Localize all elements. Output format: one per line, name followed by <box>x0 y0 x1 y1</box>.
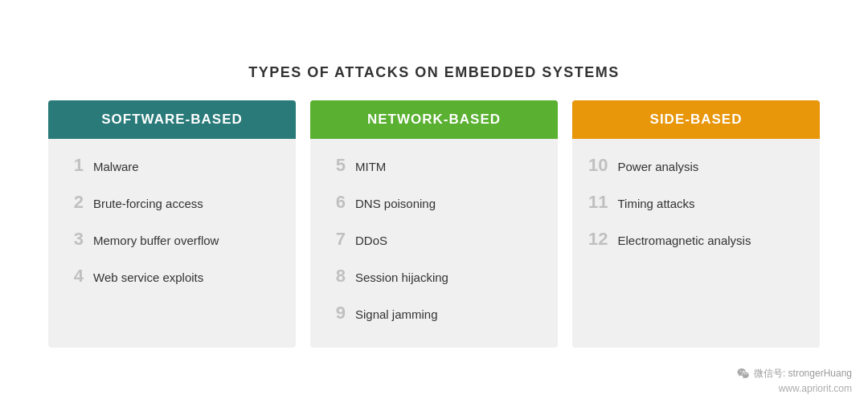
item-number: 6 <box>326 192 346 213</box>
item-text: Memory buffer overflow <box>93 234 219 247</box>
item-text: MITM <box>355 160 386 173</box>
columns-container: SOFTWARE-BASED1Malware2Brute-forcing acc… <box>48 100 820 348</box>
list-item: 7DDoS <box>326 221 542 258</box>
item-number: 7 <box>326 229 346 250</box>
list-item: 4Web service exploits <box>64 258 280 295</box>
list-item: 12Electromagnetic analysis <box>588 221 804 258</box>
network-items: 5MITM6DNS poisoning7DDoS8Session hijacki… <box>310 139 558 348</box>
item-text: Signal jamming <box>355 307 438 321</box>
list-item: 8Session hijacking <box>326 258 542 295</box>
item-number: 8 <box>326 266 346 287</box>
column-network: NETWORK-BASED5MITM6DNS poisoning7DDoS8Se… <box>310 100 558 348</box>
side-items: 10Power analysis11Timing attacks12Electr… <box>572 139 820 274</box>
item-number: 5 <box>326 155 346 176</box>
item-text: Power analysis <box>617 160 698 173</box>
side-header: SIDE-BASED <box>572 100 820 139</box>
list-item: 3Memory buffer overflow <box>64 221 280 258</box>
item-number: 11 <box>588 192 608 213</box>
item-number: 1 <box>64 155 84 176</box>
item-number: 2 <box>64 192 84 213</box>
network-header: NETWORK-BASED <box>310 100 558 139</box>
item-text: DDoS <box>355 234 387 247</box>
side-header-text: SIDE-BASED <box>650 112 743 127</box>
item-number: 3 <box>64 229 84 250</box>
list-item: 1Malware <box>64 147 280 184</box>
software-header: SOFTWARE-BASED <box>48 100 296 139</box>
item-text: Timing attacks <box>617 197 694 210</box>
item-number: 9 <box>326 303 346 324</box>
software-header-text: SOFTWARE-BASED <box>101 112 243 127</box>
item-text: Session hijacking <box>355 271 448 284</box>
column-side: SIDE-BASED10Power analysis11Timing attac… <box>572 100 820 348</box>
item-number: 10 <box>588 155 608 176</box>
item-number: 12 <box>588 229 608 250</box>
list-item: 9Signal jamming <box>326 295 542 332</box>
wechat-label: 微信号: strongerHuang <box>754 366 852 381</box>
list-item: 10Power analysis <box>588 147 804 184</box>
item-text: Web service exploits <box>93 271 203 284</box>
website-label: www.apriorit.com <box>736 381 852 397</box>
list-item: 5MITM <box>326 147 542 184</box>
list-item: 11Timing attacks <box>588 184 804 221</box>
list-item: 2Brute-forcing access <box>64 184 280 221</box>
watermark: 微信号: strongerHuang www.apriorit.com <box>736 366 852 397</box>
item-text: Brute-forcing access <box>93 197 203 210</box>
item-number: 4 <box>64 266 84 287</box>
list-item: 6DNS poisoning <box>326 184 542 221</box>
item-text: DNS poisoning <box>355 197 436 210</box>
network-header-text: NETWORK-BASED <box>367 112 501 127</box>
column-software: SOFTWARE-BASED1Malware2Brute-forcing acc… <box>48 100 296 348</box>
item-text: Electromagnetic analysis <box>617 234 751 247</box>
software-items: 1Malware2Brute-forcing access3Memory buf… <box>48 139 296 311</box>
page-title: TYPES OF ATTACKS ON EMBEDDED SYSTEMS <box>248 64 620 81</box>
item-text: Malware <box>93 160 139 173</box>
